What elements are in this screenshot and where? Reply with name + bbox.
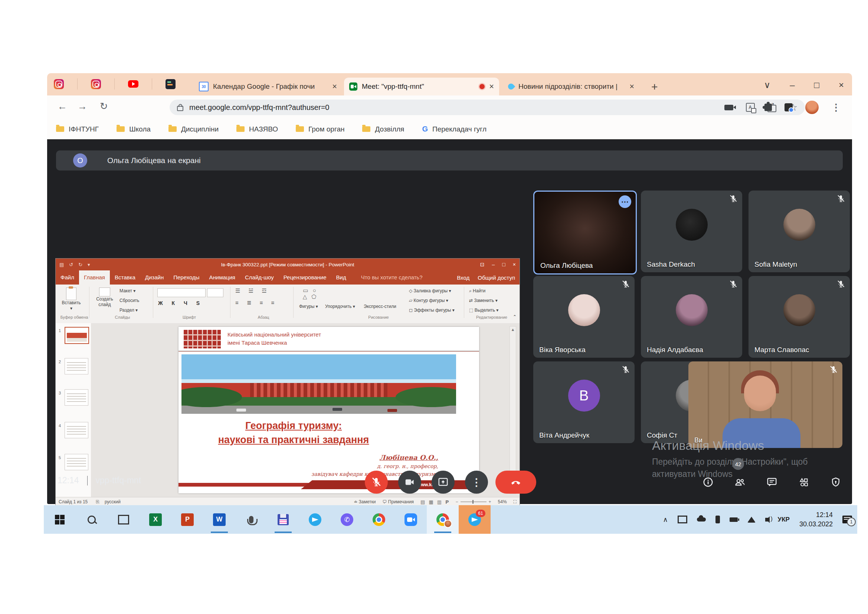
font-size-box[interactable]: [207, 288, 223, 297]
phone-device-icon[interactable]: [716, 516, 720, 523]
zoom-slider[interactable]: −+: [456, 499, 491, 504]
forward-button[interactable]: →: [78, 101, 87, 111]
extensions-puzzle-icon[interactable]: [764, 104, 772, 111]
shapes-gallery[interactable]: ▭ ○ △ ⬠: [299, 288, 321, 300]
translate-icon[interactable]: A: [746, 103, 755, 112]
youtube-pinned-tab-icon[interactable]: [128, 80, 138, 88]
select-button[interactable]: ⬚ Выделить ▾: [469, 308, 498, 313]
speaker-icon[interactable]: [765, 518, 768, 522]
instagram-pinned-tab-icon[interactable]: [91, 79, 101, 89]
ppt-menu-home[interactable]: Главная: [79, 270, 110, 284]
notification-center-icon[interactable]: 1: [842, 516, 852, 523]
start-button[interactable]: [44, 505, 76, 534]
instagram-pinned-tab-icon[interactable]: [54, 79, 64, 89]
tab-calendar[interactable]: 30 Календар Google - Графік почи ×: [194, 78, 342, 95]
meeting-details-button[interactable]: [699, 473, 717, 491]
browser-menu-icon[interactable]: ⋮: [831, 102, 841, 113]
participant-tile[interactable]: Sasha Derkach: [641, 191, 742, 272]
extension-shortcut-icon[interactable]: [784, 103, 793, 112]
ppt-menu-transitions[interactable]: Переходы: [169, 270, 204, 284]
ppt-menu-animations[interactable]: Анимация: [205, 270, 240, 284]
self-view-video[interactable]: Ви: [688, 361, 842, 448]
participant-tile[interactable]: Віка Яворська: [533, 276, 635, 358]
taskbar-excel[interactable]: X: [140, 505, 172, 534]
ppt-sign-in[interactable]: Вход: [457, 275, 470, 281]
close-tab-icon[interactable]: ×: [332, 82, 337, 92]
ppt-menu-design[interactable]: Дизайн: [140, 270, 169, 284]
spellcheck-icon[interactable]: ⎘: [96, 499, 99, 504]
ppt-menu-review[interactable]: Рецензирование: [279, 270, 332, 284]
notes-button[interactable]: ≐ Заметки: [353, 499, 375, 504]
replace-button[interactable]: ⇄ Заменить ▾: [469, 298, 498, 303]
activities-button[interactable]: [795, 473, 813, 491]
align-buttons[interactable]: ≡ ≣ ≡ ≡: [235, 299, 277, 306]
taskbar-word[interactable]: W: [203, 505, 235, 534]
slide-thumbnail-selected[interactable]: [65, 327, 89, 344]
taskbar-telegram[interactable]: [299, 505, 331, 534]
address-bar[interactable]: meet.google.com/vpp-ttfq-mnt?authuser=0 …: [170, 99, 805, 115]
shapes-button[interactable]: Фигуры ▾: [299, 304, 318, 309]
slide-thumbnail[interactable]: [65, 389, 88, 406]
battery-icon[interactable]: [730, 518, 738, 522]
host-controls-button[interactable]: [826, 473, 845, 491]
taskbar-clock[interactable]: 12:14 30.03.2022: [799, 510, 833, 529]
shape-effects-button[interactable]: ◻ Эффекты фигуры ▾: [409, 308, 454, 313]
shape-outline-button[interactable]: ▱ Контур фигуры ▾: [409, 298, 448, 303]
mic-toggle-button[interactable]: [365, 471, 388, 494]
camera-in-use-icon[interactable]: [724, 105, 733, 110]
taskbar-save-app[interactable]: [267, 505, 299, 534]
list-buttons[interactable]: ☰ ☱ ☲: [235, 288, 270, 294]
comments-button[interactable]: 🗩 Примечания: [382, 499, 414, 504]
new-slide-button[interactable]: Создать слайд: [93, 288, 116, 308]
reload-button[interactable]: ↻: [100, 101, 108, 111]
paste-button[interactable]: Вставить▾: [59, 288, 83, 311]
tab-meet-active[interactable]: Meet: "vpp-ttfq-mnt" ×: [344, 78, 499, 95]
ppt-minimize-button[interactable]: –: [492, 261, 495, 267]
ribbon-options-icon[interactable]: ⊡: [480, 261, 485, 267]
ppt-share-button[interactable]: Общий доступ: [477, 275, 515, 281]
view-buttons[interactable]: ▤▦▥𝗣: [420, 499, 449, 505]
participant-tile[interactable]: Надія Алдабаєва: [641, 276, 742, 358]
ppt-menu-file[interactable]: Файл: [56, 270, 79, 284]
collapse-ribbon-icon[interactable]: ⌃: [513, 314, 516, 319]
bookmark-folder[interactable]: НАЗЯВО: [236, 125, 278, 133]
font-style-buttons[interactable]: Ж К Ч S: [158, 300, 203, 306]
tile-more-icon[interactable]: ⋯: [618, 195, 631, 208]
taskbar-chrome-profile[interactable]: [427, 505, 459, 534]
end-call-button[interactable]: [495, 471, 536, 494]
bookmark-folder[interactable]: Дозвілля: [362, 125, 404, 133]
chat-button[interactable]: [763, 473, 781, 491]
display-icon[interactable]: [677, 516, 687, 523]
onedrive-cloud-icon[interactable]: [697, 518, 706, 522]
tab-news[interactable]: Новини підрозділів: створити | ×: [503, 78, 639, 95]
participant-tile[interactable]: Марта Славопас: [749, 276, 850, 358]
participant-tile[interactable]: Sofia Maletyn: [749, 191, 850, 272]
arrange-button[interactable]: Упорядочить ▾: [325, 304, 355, 309]
font-name-box[interactable]: [157, 288, 206, 297]
ppt-menu-insert[interactable]: Вставка: [110, 270, 140, 284]
slide-thumbnail[interactable]: [65, 454, 88, 470]
shape-fill-button[interactable]: ◇ Заливка фигуры ▾: [409, 288, 451, 294]
participants-button[interactable]: [731, 473, 749, 491]
profile-chevron-icon[interactable]: ∨: [764, 80, 771, 90]
minimize-button[interactable]: –: [790, 80, 795, 90]
restore-button[interactable]: □: [814, 80, 819, 90]
ppt-restore-button[interactable]: □: [502, 261, 505, 267]
schedule-app-pinned-tab-icon[interactable]: [166, 79, 175, 89]
taskbar-search-button[interactable]: [76, 505, 108, 534]
bookmark-folder[interactable]: Дисципліни: [169, 125, 219, 133]
layout-button[interactable]: Макет ▾: [119, 288, 135, 294]
participant-tile-olga[interactable]: ⋯ Ольга Любіцева: [533, 191, 637, 275]
language-indicator[interactable]: русский: [105, 499, 121, 504]
ppt-tell-me-box[interactable]: Что вы хотите сделать?: [356, 270, 428, 284]
taskbar-recorder[interactable]: [235, 505, 267, 534]
present-button[interactable]: [432, 471, 454, 494]
keyboard-language[interactable]: УКР: [778, 516, 790, 523]
close-tab-icon[interactable]: ×: [629, 82, 634, 92]
taskbar-viber[interactable]: ✆: [331, 505, 363, 534]
close-button[interactable]: ×: [839, 80, 844, 90]
new-tab-button[interactable]: +: [651, 81, 658, 92]
bookmark-folder[interactable]: ІФНТУНГ: [56, 125, 99, 133]
camera-toggle-button[interactable]: [398, 471, 421, 494]
slide-thumbnail[interactable]: [65, 422, 88, 438]
